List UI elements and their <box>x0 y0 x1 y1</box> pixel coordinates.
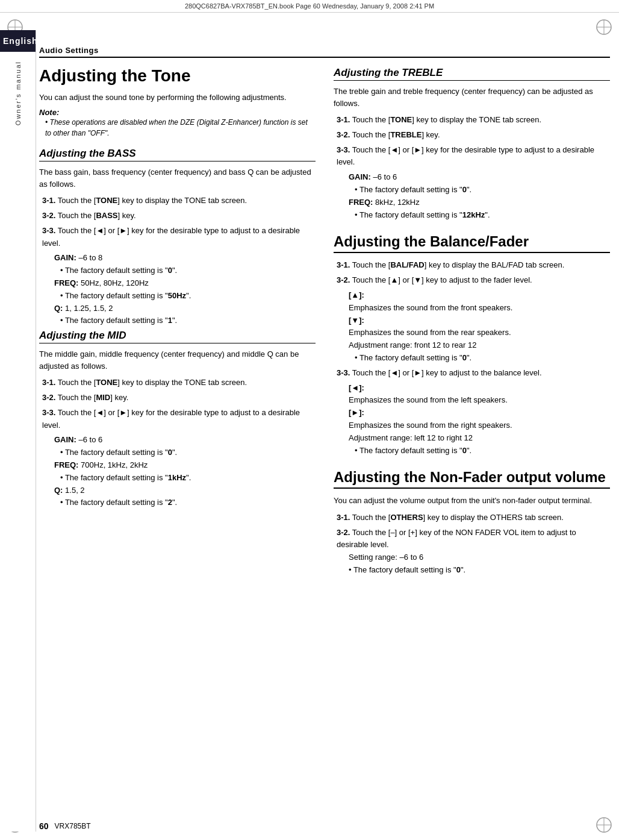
mid-step-1: 3-1. Touch the [TONE] key to display the… <box>39 377 316 389</box>
bass-intro: The bass gain, bass frequency (center fr… <box>39 166 316 190</box>
treble-intro: The treble gain and treble frequency (ce… <box>334 86 610 109</box>
note-box: Note: • These operations are disabled wh… <box>39 108 316 139</box>
bf-step2-details: [▲]: Emphasizes the sound from the front… <box>334 289 610 365</box>
right-column: Adjusting the TREBLE The treble gain and… <box>334 67 610 579</box>
top-bar: 280QC6827BA-VRX785BT_EN.book Page 60 Wed… <box>0 0 619 13</box>
sidebar-language: English <box>0 30 36 52</box>
left-column: Adjusting the Tone You can adjust the so… <box>39 67 316 579</box>
corner-decoration-tr <box>595 18 613 36</box>
bass-step1-num: 3-1. <box>42 196 55 205</box>
bass-step-2: 3-2. Touch the [BASS] key. <box>39 210 316 222</box>
note-label: Note: <box>39 108 316 117</box>
treble-subsection: Adjusting the TREBLE The treble gain and… <box>334 67 610 221</box>
bf-step-2: 3-2. Touch the [▲] or [▼] key to adjust … <box>334 274 610 287</box>
page-number: 60 <box>39 821 49 831</box>
note-text: • These operations are disabled when the… <box>39 117 316 139</box>
two-col-layout: Adjusting the Tone You can adjust the so… <box>39 67 610 579</box>
section-title: Audio Settings <box>39 46 610 55</box>
mid-step-3: 3-3. Touch the [◄] or [►] key for the de… <box>39 407 316 432</box>
treble-step-2: 3-2. Touch the [TREBLE] key. <box>334 129 610 142</box>
sidebar-manual-label: Owner's manual <box>14 61 22 125</box>
sidebar: English Owner's manual <box>0 30 36 832</box>
bass-step3-details: GAIN: –6 to 8 • The factory default sett… <box>39 252 316 327</box>
mid-step3-details: GAIN: –6 to 6 • The factory default sett… <box>39 434 316 509</box>
mid-subsection: Adjusting the MID The middle gain, middl… <box>39 330 316 509</box>
intro-text: You can adjust the sound tone by perform… <box>39 92 316 104</box>
file-info: 280QC6827BA-VRX785BT_EN.book Page 60 Wed… <box>185 2 434 10</box>
non-fader-heading: Adjusting the Non-Fader output volume <box>334 469 610 489</box>
main-content: Audio Settings Adjusting the Tone You ca… <box>39 13 610 603</box>
nf-step-1: 3-1. Touch the [OTHERS] key to display t… <box>334 512 610 524</box>
nf-step-2: 3-2. Touch the [–] or [+] key of the NON… <box>334 527 610 577</box>
page-footer: 60 VRX785BT <box>39 821 610 831</box>
treble-step-3: 3-3. Touch the [◄] or [►] key for the de… <box>334 144 610 169</box>
bass-subsection: Adjusting the BASS The bass gain, bass f… <box>39 148 316 327</box>
mid-step-2: 3-2. Touch the [MID] key. <box>39 392 316 404</box>
bass-step2-num: 3-2. <box>42 211 55 220</box>
treble-heading: Adjusting the TREBLE <box>334 67 610 81</box>
treble-step3-details: GAIN: –6 to 6 • The factory default sett… <box>334 171 610 221</box>
balance-fader-heading: Adjusting the Balance/Fader <box>334 233 610 253</box>
main-heading: Adjusting the Tone <box>39 67 316 86</box>
page-container: 280QC6827BA-VRX785BT_EN.book Page 60 Wed… <box>0 0 619 840</box>
bass-step-3: 3-3. Touch the [◄] or [►] key for the de… <box>39 225 316 250</box>
treble-step-1: 3-1. Touch the [TONE] key to display the… <box>334 114 610 127</box>
mid-heading: Adjusting the MID <box>39 330 316 343</box>
model-name: VRX785BT <box>55 822 91 830</box>
bf-step-3: 3-3. Touch the [◄] or [►] key to adjust … <box>334 367 610 380</box>
non-fader-intro: You can adjust the volume output from th… <box>334 495 610 507</box>
mid-intro: The middle gain, middle frequency (cente… <box>39 348 316 372</box>
bf-step-1: 3-1. Touch the [BAL/FAD] key to display … <box>334 259 610 272</box>
section-title-bar: Audio Settings <box>39 46 610 58</box>
bass-heading: Adjusting the BASS <box>39 148 316 161</box>
bass-step-1: 3-1. Touch the [TONE] key to display the… <box>39 195 316 207</box>
bf-step3-details: [◄]: Emphasizes the sound from the left … <box>334 382 610 457</box>
